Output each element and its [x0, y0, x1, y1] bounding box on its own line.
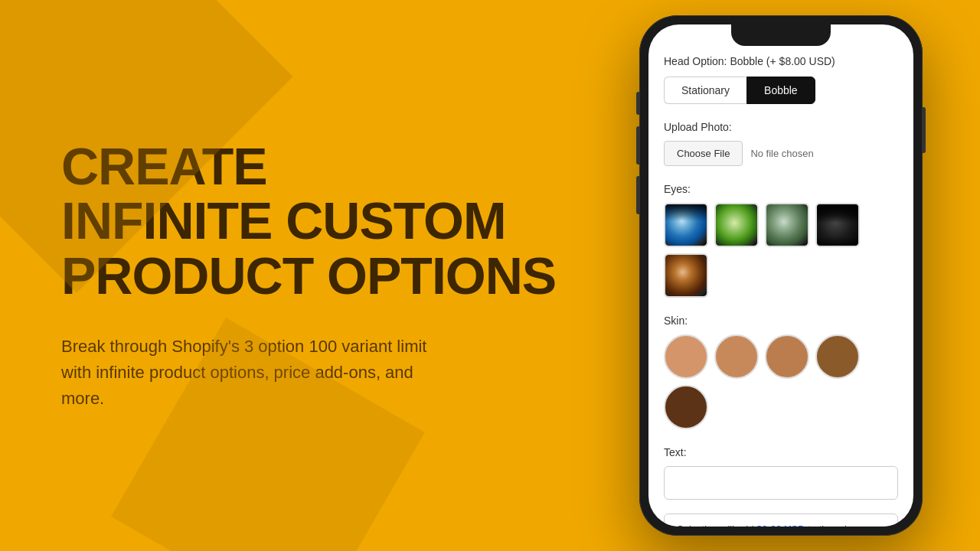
mute-button	[636, 92, 639, 115]
bobble-button[interactable]: Bobble	[746, 77, 815, 104]
text-label: Text:	[664, 446, 898, 458]
subtitle-text: Break through Shopify's 3 option 100 var…	[61, 334, 459, 412]
eye-swatch-dark[interactable]	[815, 203, 860, 247]
head-option-label: Head Option: Bobble (+ $8.00 USD)	[664, 55, 898, 67]
eyes-swatch-grid	[664, 203, 898, 298]
price-note-prefix: Selection will add	[677, 523, 753, 527]
skin-swatch-1[interactable]	[664, 334, 708, 379]
eye-swatch-blue[interactable]	[664, 203, 708, 247]
phone-notch	[731, 24, 831, 46]
price-note-suffix: to the price	[808, 523, 857, 527]
headline-line1: CREATE	[61, 137, 267, 195]
no-file-text: No file chosen	[750, 148, 813, 159]
volume-up-button	[636, 126, 639, 165]
headline-line2: INFINITE CUSTOM	[61, 191, 506, 249]
text-input[interactable]	[664, 466, 898, 500]
price-note-amount: $8.00 USD	[756, 523, 805, 527]
stationary-button[interactable]: Stationary	[664, 77, 746, 104]
price-note: Selection will add $8.00 USD to the pric…	[664, 514, 898, 527]
eye-swatch-grey[interactable]	[765, 203, 809, 247]
skin-swatch-grid	[664, 334, 898, 429]
headline-line3: PRODUCT OPTIONS	[61, 246, 556, 305]
eyes-label: Eyes:	[664, 183, 898, 195]
screen-content: Head Option: Bobble (+ $8.00 USD) Statio…	[648, 24, 913, 527]
phone-wrapper: Head Option: Bobble (+ $8.00 USD) Statio…	[612, 0, 949, 551]
eye-swatch-brown[interactable]	[664, 253, 708, 298]
skin-swatch-2[interactable]	[714, 334, 759, 379]
skin-swatch-4[interactable]	[815, 334, 860, 379]
headline: CREATE INFINITE CUSTOM PRODUCT OPTIONS	[61, 139, 567, 303]
left-panel: CREATE INFINITE CUSTOM PRODUCT OPTIONS B…	[0, 93, 612, 458]
power-button	[923, 107, 926, 153]
phone-screen: Head Option: Bobble (+ $8.00 USD) Statio…	[648, 24, 913, 527]
file-upload-row: Choose File No file chosen	[664, 141, 898, 166]
skin-swatch-5[interactable]	[664, 385, 708, 429]
skin-swatch-3[interactable]	[765, 334, 809, 379]
phone-mockup: Head Option: Bobble (+ $8.00 USD) Statio…	[639, 15, 923, 536]
eye-swatch-green[interactable]	[714, 203, 759, 247]
skin-label: Skin:	[664, 315, 898, 327]
choose-file-button[interactable]: Choose File	[664, 141, 743, 166]
volume-down-button	[636, 176, 639, 214]
upload-label: Upload Photo:	[664, 121, 898, 133]
head-option-toggle: Stationary Bobble	[664, 77, 898, 104]
